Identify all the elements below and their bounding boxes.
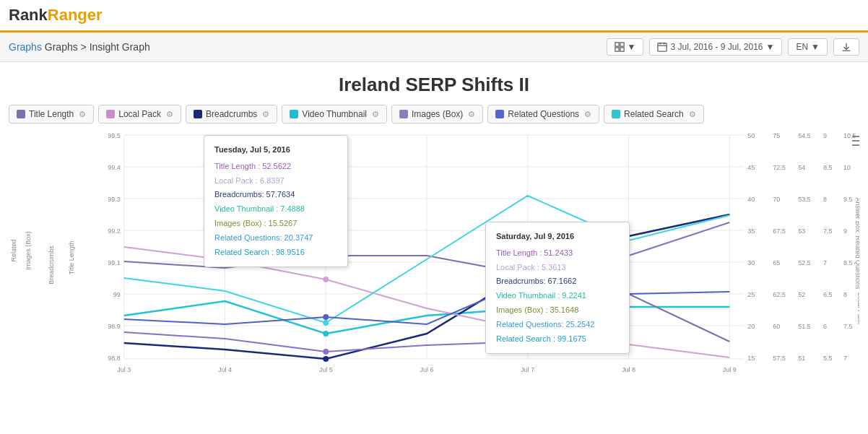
legend-tab-local-pack[interactable]: Local Pack ⚙ (98, 105, 181, 123)
svg-text:7: 7 (843, 355, 847, 362)
legend-label-images-box: Images (Box) (412, 109, 463, 119)
svg-text:Title Length: Title Length (68, 241, 75, 275)
svg-text:15: 15 (747, 355, 755, 362)
svg-text:10.5: 10.5 (843, 132, 856, 139)
date-range-label: 3 Jul, 2016 - 9 Jul, 2016 (670, 42, 763, 52)
svg-text:99.5: 99.5 (108, 132, 120, 139)
svg-text:51.5: 51.5 (798, 323, 810, 330)
svg-text:53: 53 (798, 227, 805, 235)
date-range-button[interactable]: 3 Jul, 2016 - 9 Jul, 2016 ▼ (649, 38, 782, 56)
graphs-link[interactable]: Graphs (9, 41, 42, 53)
legend-bar: Title Length ⚙ Local Pack ⚙ Breadcrumbs … (0, 100, 868, 128)
svg-text:Local Pack: Local Pack (856, 292, 859, 324)
legend-label-breadcrumbs: Breadcrumbs (206, 109, 257, 119)
language-button[interactable]: EN ▼ (788, 38, 828, 56)
svg-text:Jul 5: Jul 5 (319, 366, 333, 373)
gear-icon-video-thumbnail[interactable]: ⚙ (372, 110, 379, 119)
svg-text:5.5: 5.5 (823, 355, 832, 362)
legend-dot-related-questions (495, 110, 504, 118)
svg-point-85 (323, 349, 329, 355)
legend-dot-breadcrumbs (194, 110, 202, 118)
svg-point-84 (323, 320, 329, 326)
svg-text:Jul 4: Jul 4 (218, 366, 232, 373)
svg-text:99.2: 99.2 (108, 227, 120, 235)
svg-point-81 (323, 253, 329, 259)
legend-dot-images-box (399, 110, 408, 118)
svg-text:65: 65 (773, 259, 780, 266)
svg-text:53.5: 53.5 (798, 196, 810, 203)
svg-text:98.8: 98.8 (108, 355, 120, 362)
svg-text:54: 54 (798, 164, 805, 171)
svg-text:8.5: 8.5 (843, 259, 852, 266)
svg-text:8: 8 (843, 291, 847, 298)
svg-text:62.5: 62.5 (773, 291, 785, 298)
legend-label-video-thumbnail: Video Thumbnail (302, 109, 367, 119)
svg-text:30: 30 (747, 259, 755, 266)
svg-text:52: 52 (798, 291, 805, 298)
svg-text:67.5: 67.5 (773, 227, 785, 235)
svg-text:Images (Box): Images (Box) (25, 231, 32, 269)
legend-dot-local-pack (106, 110, 115, 118)
svg-text:Answer Box: Related Questions: Answer Box: Related Questions (854, 198, 859, 290)
chevron-down-icon3: ▼ (811, 42, 820, 52)
legend-dot-related-search (612, 110, 620, 118)
svg-text:7.5: 7.5 (843, 323, 852, 330)
language-label: EN (796, 42, 808, 52)
svg-point-83 (323, 277, 329, 282)
legend-label-local-pack: Local Pack (118, 109, 161, 119)
legend-label-related-search: Related Search (624, 109, 684, 119)
svg-text:Jul 3: Jul 3 (117, 366, 131, 373)
svg-rect-1 (620, 43, 623, 46)
logo-ranger: Ranger (48, 6, 103, 24)
legend-dot-video-thumbnail (290, 110, 298, 118)
gear-icon-local-pack[interactable]: ⚙ (166, 110, 173, 119)
gear-icon-related-questions[interactable]: ⚙ (584, 110, 591, 119)
gear-icon-images-box[interactable]: ⚙ (468, 110, 475, 119)
svg-text:60: 60 (773, 323, 780, 330)
logo-rank: Rank (9, 6, 48, 24)
svg-text:99.4: 99.4 (108, 164, 120, 171)
download-button[interactable] (833, 38, 859, 56)
svg-text:51: 51 (798, 355, 805, 362)
chart-svg: .grid-line { stroke: #e8e8e8; stroke-wid… (9, 128, 859, 388)
gear-icon-breadcrumbs[interactable]: ⚙ (262, 110, 269, 119)
svg-text:Jul 7: Jul 7 (521, 366, 534, 373)
svg-text:Jul 6: Jul 6 (420, 366, 434, 373)
gear-icon-title-length[interactable]: ⚙ (79, 110, 86, 119)
view-toggle-button[interactable]: ▼ (607, 38, 644, 56)
legend-dot-title-length (17, 110, 25, 118)
svg-text:70: 70 (773, 196, 780, 203)
svg-rect-4 (658, 43, 667, 51)
svg-text:8: 8 (823, 196, 827, 203)
svg-text:Jul 9: Jul 9 (723, 366, 737, 373)
legend-tab-related-questions[interactable]: Related Questions ⚙ (487, 105, 599, 123)
logo: RankRanger (9, 6, 103, 25)
legend-tab-related-search[interactable]: Related Search ⚙ (604, 105, 704, 123)
svg-text:Related: Related (10, 240, 17, 262)
svg-text:8.5: 8.5 (823, 164, 832, 171)
svg-text:40: 40 (747, 196, 755, 203)
svg-text:45: 45 (747, 164, 755, 171)
legend-tab-video-thumbnail[interactable]: Video Thumbnail ⚙ (282, 105, 387, 123)
svg-text:35: 35 (747, 227, 755, 235)
svg-text:10: 10 (843, 164, 851, 171)
svg-text:99.1: 99.1 (108, 259, 120, 266)
legend-tab-breadcrumbs[interactable]: Breadcrumbs ⚙ (186, 105, 277, 123)
svg-text:6: 6 (823, 323, 827, 330)
subheader: Graphs Graphs > Insight Graph ▼ 3 Jul, 2… (0, 32, 868, 62)
chevron-down-icon: ▼ (628, 42, 636, 52)
chart-container: .grid-line { stroke: #e8e8e8; stroke-wid… (9, 128, 859, 388)
svg-text:99.3: 99.3 (108, 196, 120, 203)
svg-text:20: 20 (747, 323, 755, 330)
svg-point-86 (323, 314, 329, 320)
svg-text:57.5: 57.5 (773, 355, 785, 362)
legend-tab-images-box[interactable]: Images (Box) ⚙ (391, 105, 483, 123)
svg-text:9.5: 9.5 (843, 196, 852, 203)
svg-text:25: 25 (747, 291, 755, 298)
svg-rect-3 (620, 48, 623, 51)
legend-tab-title-length[interactable]: Title Length ⚙ (9, 105, 94, 123)
gear-icon-related-search[interactable]: ⚙ (689, 110, 696, 119)
svg-point-82 (323, 356, 329, 362)
svg-point-80 (323, 331, 329, 337)
svg-text:Breadcrumbs: Breadcrumbs (48, 246, 55, 285)
